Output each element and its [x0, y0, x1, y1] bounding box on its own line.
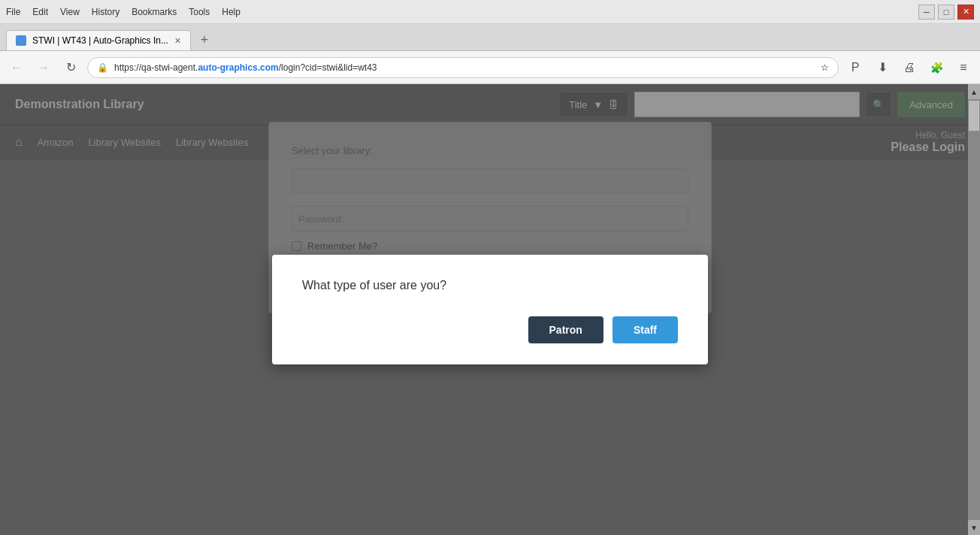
tab-favicon — [16, 35, 26, 46]
menu-bookmarks[interactable]: Bookmarks — [132, 7, 177, 17]
scroll-track — [968, 132, 980, 520]
close-button[interactable]: ✕ — [957, 5, 974, 20]
maximize-button[interactable]: □ — [938, 5, 954, 20]
staff-button[interactable]: Staff — [612, 316, 678, 343]
user-type-dialog: What type of user are you? Patron Staff — [272, 255, 708, 364]
browser-tab[interactable]: STWI | WT43 | Auto-Graphics In... ✕ — [6, 30, 191, 50]
pocket-icon[interactable]: P — [845, 57, 866, 78]
extension-icon[interactable]: 🧩 — [926, 57, 947, 78]
menu-history[interactable]: History — [92, 7, 119, 17]
new-tab-button[interactable]: + — [194, 29, 215, 50]
page-content: Demonstration Library Title ▼ 🗄 🔍 Advanc… — [0, 84, 980, 535]
print-icon[interactable]: 🖨 — [899, 57, 920, 78]
tab-close-button[interactable]: ✕ — [174, 36, 181, 46]
title-bar: File Edit View History Bookmarks Tools H… — [0, 0, 980, 24]
scroll-down-button[interactable]: ▼ — [968, 520, 980, 535]
browser-frame: File Edit View History Bookmarks Tools H… — [0, 0, 980, 535]
reload-icon: ↻ — [66, 60, 76, 74]
url-text: https://qa-stwi-agent.auto-graphics.com/… — [114, 62, 815, 73]
toolbar-icons: P ⬇ 🖨 🧩 ≡ — [845, 57, 974, 78]
patron-button[interactable]: Patron — [528, 316, 603, 343]
menu-help[interactable]: Help — [222, 7, 240, 17]
menu-tools[interactable]: Tools — [189, 7, 210, 17]
tab-bar: STWI | WT43 | Auto-Graphics In... ✕ + — [0, 24, 980, 51]
back-icon: ← — [11, 61, 23, 74]
modal-question-text: What type of user are you? — [302, 279, 678, 292]
tab-label: STWI | WT43 | Auto-Graphics In... — [32, 35, 168, 46]
forward-button[interactable]: → — [33, 57, 54, 78]
menu-icon[interactable]: ≡ — [953, 57, 974, 78]
scroll-up-button[interactable]: ▲ — [968, 84, 980, 99]
scroll-thumb[interactable] — [969, 101, 979, 131]
menu-edit[interactable]: Edit — [32, 7, 48, 17]
window-controls[interactable]: ─ □ ✕ — [918, 5, 974, 20]
menu-view[interactable]: View — [60, 7, 80, 17]
forward-icon: → — [38, 61, 50, 74]
back-button[interactable]: ← — [6, 57, 27, 78]
modal-actions: Patron Staff — [302, 316, 678, 343]
menu-file[interactable]: File — [6, 7, 20, 17]
reload-button[interactable]: ↻ — [60, 57, 81, 78]
lock-icon: 🔒 — [97, 62, 108, 73]
modal-overlay: What type of user are you? Patron Staff — [0, 84, 980, 535]
menu-bar: File Edit View History Bookmarks Tools H… — [6, 7, 240, 17]
scrollbar[interactable]: ▲ ▼ — [968, 84, 980, 535]
minimize-button[interactable]: ─ — [918, 5, 935, 20]
star-icon[interactable]: ☆ — [821, 62, 829, 73]
download-icon[interactable]: ⬇ — [872, 57, 893, 78]
browser-menu[interactable]: File Edit View History Bookmarks Tools H… — [6, 7, 240, 17]
address-bar: ← → ↻ 🔒 https://qa-stwi-agent.auto-graph… — [0, 51, 980, 84]
url-bar[interactable]: 🔒 https://qa-stwi-agent.auto-graphics.co… — [87, 57, 839, 78]
